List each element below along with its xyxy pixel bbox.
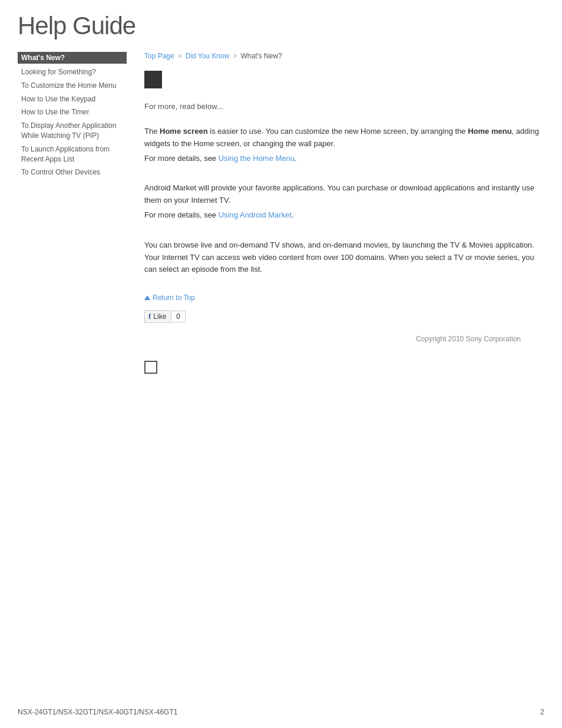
footer-model: NSX-24GT1/NSX-32GT1/NSX-40GT1/NSX-46GT1 <box>18 708 177 716</box>
page-title: Help Guide <box>18 12 544 40</box>
section1-text4: For more details, see <box>144 154 219 163</box>
section2-text5: . <box>292 210 294 219</box>
return-to-top-label: Return to Top <box>153 294 195 302</box>
sidebar-item-looking[interactable]: Looking for Something? <box>18 66 127 78</box>
section1-text1: The <box>144 127 160 136</box>
footer-square-icon <box>144 361 157 374</box>
sidebar-item-active[interactable]: What's New? <box>18 52 127 64</box>
section1-text: The Home screen is easier to use. You ca… <box>144 126 544 150</box>
like-icon: f <box>148 312 151 321</box>
sidebar-item-launch[interactable]: To Launch Applications from Recent Apps … <box>18 143 127 166</box>
breadcrumb-top-page[interactable]: Top Page <box>144 52 174 60</box>
section1-bold1: Home screen <box>160 127 208 136</box>
section2-text4: For more details, see <box>144 210 219 219</box>
section1-link[interactable]: Using the Home Menu <box>219 154 295 163</box>
section2-link-text: For more details, see Using Android Mark… <box>144 209 544 222</box>
copyright: Copyright 2010 Sony Corporation <box>144 335 544 343</box>
section-home-screen: The Home screen is easier to use. You ca… <box>144 126 544 164</box>
for-more-text: For more, read below... <box>144 102 544 111</box>
breadcrumb-sep2: > <box>233 52 237 60</box>
sidebar-item-pip[interactable]: To Display Another Application While Wat… <box>18 120 127 142</box>
section2-text1: Android Market will provide your favorit… <box>144 182 544 207</box>
like-count: 0 <box>171 311 186 322</box>
like-section: f Like 0 <box>144 310 544 323</box>
section-tv-movies: You can browse live and on-demand TV sho… <box>144 239 544 276</box>
footer-page-number: 2 <box>540 708 544 716</box>
sidebar-item-timer[interactable]: How to Use the Timer <box>18 106 127 118</box>
section-android-market: Android Market will provide your favorit… <box>144 182 544 221</box>
main-content: Top Page > Did You Know > What's New? Fo… <box>133 52 544 375</box>
like-button[interactable]: f Like <box>144 310 171 323</box>
like-label: Like <box>153 312 166 321</box>
section1-link-text: For more details, see Using the Home Men… <box>144 153 544 165</box>
breadcrumb: Top Page > Did You Know > What's New? <box>144 52 544 60</box>
triangle-up-icon <box>144 295 150 300</box>
sidebar-item-customize[interactable]: To Customize the Home Menu <box>18 80 127 92</box>
section3-text1: You can browse live and on-demand TV sho… <box>144 239 544 276</box>
sidebar: What's New? Looking for Something? To Cu… <box>18 52 133 375</box>
sidebar-item-control[interactable]: To Control Other Devices <box>18 166 127 179</box>
sidebar-item-keypad[interactable]: How to Use the Keypad <box>18 93 127 106</box>
breadcrumb-sep1: > <box>178 52 182 60</box>
section2-link[interactable]: Using Android Market <box>219 210 292 219</box>
section1-text5: . <box>295 154 297 163</box>
breadcrumb-did-you-know[interactable]: Did You Know <box>186 52 230 60</box>
section1-bold2: Home menu <box>468 127 511 136</box>
return-to-top-link[interactable]: Return to Top <box>144 294 544 302</box>
section1-text2: is easier to use. You can customize the … <box>208 127 468 136</box>
page-footer: NSX-24GT1/NSX-32GT1/NSX-40GT1/NSX-46GT1 … <box>0 708 562 716</box>
breadcrumb-current: What's New? <box>240 52 282 60</box>
header-black-square <box>144 71 162 88</box>
